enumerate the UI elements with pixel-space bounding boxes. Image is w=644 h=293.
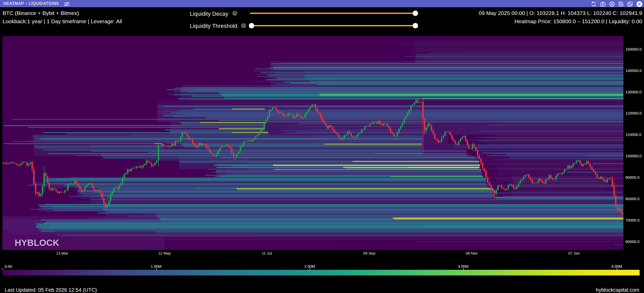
svg-text:HYBLOCK: HYBLOCK bbox=[15, 238, 59, 248]
